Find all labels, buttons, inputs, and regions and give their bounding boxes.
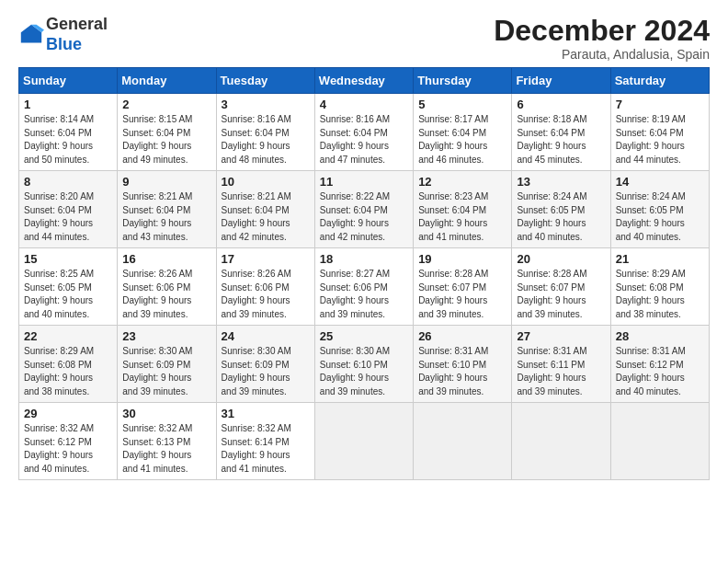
day-number: 5 <box>418 98 506 111</box>
calendar-body: 1Sunrise: 8:14 AM Sunset: 6:04 PM Daylig… <box>19 94 710 480</box>
calendar-cell: 9Sunrise: 8:21 AM Sunset: 6:04 PM Daylig… <box>118 171 216 248</box>
day-info: Sunrise: 8:19 AM Sunset: 6:04 PM Dayligh… <box>616 113 704 167</box>
calendar-cell: 28Sunrise: 8:31 AM Sunset: 6:12 PM Dayli… <box>610 326 709 403</box>
day-number: 2 <box>122 98 210 111</box>
calendar-cell: 12Sunrise: 8:23 AM Sunset: 6:04 PM Dayli… <box>414 171 512 248</box>
day-info: Sunrise: 8:18 AM Sunset: 6:04 PM Dayligh… <box>517 113 605 167</box>
day-number: 14 <box>616 175 704 189</box>
day-info: Sunrise: 8:20 AM Sunset: 6:04 PM Dayligh… <box>24 190 112 244</box>
weekday-header-cell: Thursday <box>414 68 512 94</box>
day-info: Sunrise: 8:26 AM Sunset: 6:06 PM Dayligh… <box>222 268 310 321</box>
logo-general: General <box>46 15 108 33</box>
day-info: Sunrise: 8:21 AM Sunset: 6:04 PM Dayligh… <box>122 190 210 244</box>
day-info: Sunrise: 8:31 AM Sunset: 6:11 PM Dayligh… <box>517 345 605 398</box>
day-info: Sunrise: 8:22 AM Sunset: 6:04 PM Dayligh… <box>320 190 408 244</box>
calendar-week-row: 29Sunrise: 8:32 AM Sunset: 6:12 PM Dayli… <box>19 403 710 480</box>
logo: General Blue <box>18 15 108 54</box>
day-info: Sunrise: 8:29 AM Sunset: 6:08 PM Dayligh… <box>24 345 112 398</box>
calendar-cell: 30Sunrise: 8:32 AM Sunset: 6:13 PM Dayli… <box>118 403 216 480</box>
calendar-cell: 6Sunrise: 8:18 AM Sunset: 6:04 PM Daylig… <box>512 94 610 171</box>
day-info: Sunrise: 8:27 AM Sunset: 6:06 PM Dayligh… <box>320 268 408 321</box>
calendar-cell: 29Sunrise: 8:32 AM Sunset: 6:12 PM Dayli… <box>19 403 118 480</box>
day-info: Sunrise: 8:30 AM Sunset: 6:10 PM Dayligh… <box>320 345 408 398</box>
day-number: 21 <box>616 252 704 266</box>
title-block: December 2024 Parauta, Andalusia, Spain <box>494 15 710 62</box>
day-number: 17 <box>222 252 310 266</box>
weekday-header-cell: Monday <box>118 68 216 94</box>
calendar-cell: 19Sunrise: 8:28 AM Sunset: 6:07 PM Dayli… <box>414 248 512 326</box>
day-number: 28 <box>616 329 704 343</box>
day-number: 27 <box>517 329 605 343</box>
calendar-cell: 21Sunrise: 8:29 AM Sunset: 6:08 PM Dayli… <box>610 248 709 326</box>
logo-blue: Blue <box>46 35 82 53</box>
weekday-header-cell: Tuesday <box>216 68 314 94</box>
day-number: 15 <box>24 252 112 266</box>
day-number: 10 <box>222 175 310 189</box>
day-info: Sunrise: 8:24 AM Sunset: 6:05 PM Dayligh… <box>616 190 704 244</box>
day-info: Sunrise: 8:16 AM Sunset: 6:04 PM Dayligh… <box>320 113 408 167</box>
weekday-header-cell: Sunday <box>19 68 118 94</box>
day-number: 7 <box>616 98 704 111</box>
calendar-cell: 10Sunrise: 8:21 AM Sunset: 6:04 PM Dayli… <box>216 171 314 248</box>
day-info: Sunrise: 8:32 AM Sunset: 6:13 PM Dayligh… <box>122 422 210 476</box>
day-number: 29 <box>24 407 112 420</box>
day-info: Sunrise: 8:31 AM Sunset: 6:12 PM Dayligh… <box>616 345 704 398</box>
day-info: Sunrise: 8:26 AM Sunset: 6:06 PM Dayligh… <box>122 268 210 321</box>
day-number: 18 <box>320 252 408 266</box>
day-number: 13 <box>517 175 605 189</box>
weekday-header-cell: Saturday <box>610 68 709 94</box>
day-info: Sunrise: 8:30 AM Sunset: 6:09 PM Dayligh… <box>122 345 210 398</box>
calendar-cell <box>414 403 512 480</box>
day-number: 3 <box>222 98 310 111</box>
calendar-cell: 23Sunrise: 8:30 AM Sunset: 6:09 PM Dayli… <box>118 326 216 403</box>
calendar-cell: 26Sunrise: 8:31 AM Sunset: 6:10 PM Dayli… <box>414 326 512 403</box>
day-info: Sunrise: 8:17 AM Sunset: 6:04 PM Dayligh… <box>418 113 506 167</box>
subtitle: Parauta, Andalusia, Spain <box>494 47 710 62</box>
calendar-week-row: 8Sunrise: 8:20 AM Sunset: 6:04 PM Daylig… <box>19 171 710 248</box>
day-info: Sunrise: 8:25 AM Sunset: 6:05 PM Dayligh… <box>24 268 112 321</box>
calendar-cell: 16Sunrise: 8:26 AM Sunset: 6:06 PM Dayli… <box>118 248 216 326</box>
day-info: Sunrise: 8:14 AM Sunset: 6:04 PM Dayligh… <box>24 113 112 167</box>
day-number: 24 <box>222 329 310 343</box>
day-number: 1 <box>24 98 112 111</box>
calendar-cell: 7Sunrise: 8:19 AM Sunset: 6:04 PM Daylig… <box>610 94 709 171</box>
day-number: 4 <box>320 98 408 111</box>
calendar-week-row: 1Sunrise: 8:14 AM Sunset: 6:04 PM Daylig… <box>19 94 710 171</box>
day-number: 31 <box>222 407 310 420</box>
day-number: 12 <box>418 175 506 189</box>
day-info: Sunrise: 8:31 AM Sunset: 6:10 PM Dayligh… <box>418 345 506 398</box>
day-info: Sunrise: 8:24 AM Sunset: 6:05 PM Dayligh… <box>517 190 605 244</box>
day-info: Sunrise: 8:30 AM Sunset: 6:09 PM Dayligh… <box>222 345 310 398</box>
weekday-header-cell: Wednesday <box>314 68 413 94</box>
logo-icon <box>18 22 44 48</box>
day-info: Sunrise: 8:16 AM Sunset: 6:04 PM Dayligh… <box>222 113 310 167</box>
day-number: 25 <box>320 329 408 343</box>
day-number: 16 <box>122 252 210 266</box>
day-info: Sunrise: 8:15 AM Sunset: 6:04 PM Dayligh… <box>122 113 210 167</box>
day-info: Sunrise: 8:29 AM Sunset: 6:08 PM Dayligh… <box>616 268 704 321</box>
calendar-cell: 14Sunrise: 8:24 AM Sunset: 6:05 PM Dayli… <box>610 171 709 248</box>
page-container: General Blue December 2024 Parauta, Anda… <box>0 0 728 489</box>
calendar-table: SundayMondayTuesdayWednesdayThursdayFrid… <box>18 67 710 480</box>
calendar-cell: 25Sunrise: 8:30 AM Sunset: 6:10 PM Dayli… <box>314 326 413 403</box>
calendar-cell: 17Sunrise: 8:26 AM Sunset: 6:06 PM Dayli… <box>216 248 314 326</box>
logo-text: General Blue <box>46 15 108 54</box>
calendar-cell: 27Sunrise: 8:31 AM Sunset: 6:11 PM Dayli… <box>512 326 610 403</box>
calendar-cell: 15Sunrise: 8:25 AM Sunset: 6:05 PM Dayli… <box>19 248 118 326</box>
calendar-cell: 13Sunrise: 8:24 AM Sunset: 6:05 PM Dayli… <box>512 171 610 248</box>
day-info: Sunrise: 8:23 AM Sunset: 6:04 PM Dayligh… <box>418 190 506 244</box>
day-number: 19 <box>418 252 506 266</box>
day-info: Sunrise: 8:28 AM Sunset: 6:07 PM Dayligh… <box>418 268 506 321</box>
calendar-cell: 1Sunrise: 8:14 AM Sunset: 6:04 PM Daylig… <box>19 94 118 171</box>
day-number: 30 <box>122 407 210 420</box>
calendar-cell <box>610 403 709 480</box>
day-number: 6 <box>517 98 605 111</box>
calendar-cell: 31Sunrise: 8:32 AM Sunset: 6:14 PM Dayli… <box>216 403 314 480</box>
calendar-week-row: 22Sunrise: 8:29 AM Sunset: 6:08 PM Dayli… <box>19 326 710 403</box>
calendar-cell: 20Sunrise: 8:28 AM Sunset: 6:07 PM Dayli… <box>512 248 610 326</box>
calendar-cell: 11Sunrise: 8:22 AM Sunset: 6:04 PM Dayli… <box>314 171 413 248</box>
month-title: December 2024 <box>494 15 710 47</box>
calendar-cell: 18Sunrise: 8:27 AM Sunset: 6:06 PM Dayli… <box>314 248 413 326</box>
calendar-cell: 2Sunrise: 8:15 AM Sunset: 6:04 PM Daylig… <box>118 94 216 171</box>
day-info: Sunrise: 8:32 AM Sunset: 6:12 PM Dayligh… <box>24 422 112 476</box>
